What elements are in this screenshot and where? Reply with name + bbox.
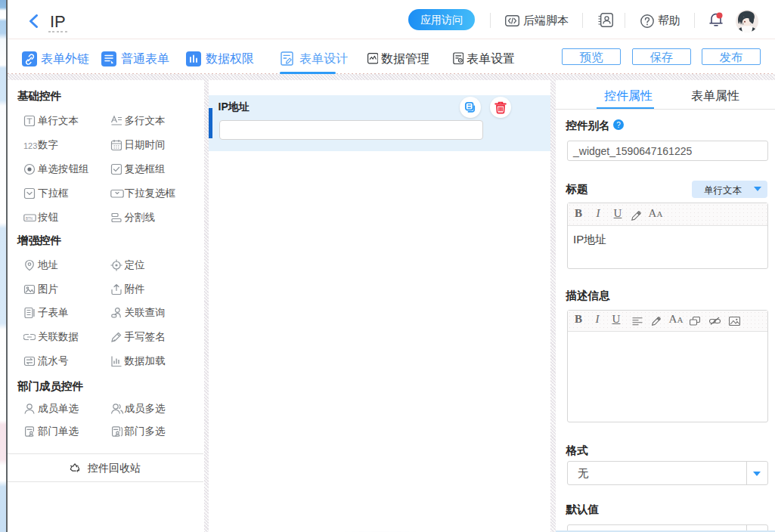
svg-text:BTN: BTN (26, 217, 33, 221)
svg-text:?: ? (616, 121, 621, 129)
svg-text:123: 123 (23, 141, 37, 150)
